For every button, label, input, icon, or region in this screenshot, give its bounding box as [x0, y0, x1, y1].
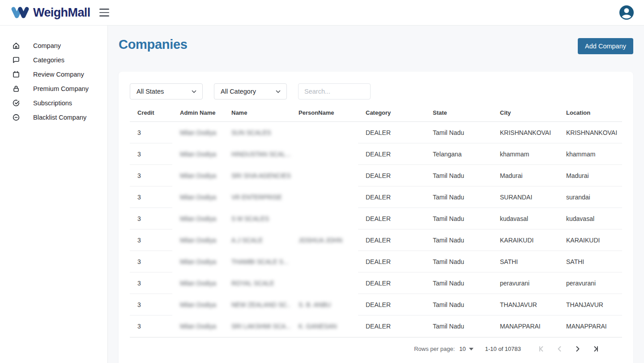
- cell-location: MANAPPARAI: [559, 315, 622, 337]
- table-row[interactable]: 3Milan DodiyaSUN SCALESDEALERTamil NaduK…: [130, 122, 622, 143]
- cell-company-name: THAMBI SCALE S...: [224, 251, 291, 272]
- cell-admin-name: Milan Dodiya: [172, 186, 224, 208]
- pagination-range: 1-10 of 10783: [485, 346, 521, 352]
- cell-admin-name: Milan Dodiya: [172, 165, 224, 186]
- table-header: Credit Admin Name Name PersonName Catego…: [130, 104, 622, 122]
- cell-company-name: SRI LAKSHMI SCA...: [224, 315, 291, 337]
- table-row[interactable]: 3Milan DodiyaROYAL SCALEDEALERTamil Nadu…: [130, 272, 622, 294]
- message-icon: [12, 56, 20, 64]
- cell-category: DEALER: [358, 294, 425, 315]
- table-row[interactable]: 3Milan DodiyaS M SCALESDEALERTamil Naduk…: [130, 208, 622, 229]
- search-input[interactable]: [298, 83, 371, 99]
- cell-credit: 3: [130, 229, 172, 251]
- next-page-button[interactable]: [568, 345, 586, 353]
- cell-city: kudavasal: [492, 208, 559, 229]
- pagination: Rows per page: 10 1-10 of 10783: [130, 337, 622, 360]
- sidebar-item-label: Subscriptions: [33, 99, 72, 107]
- table-row[interactable]: 3Milan DodiyaVR ENTERPRISEDEALERTamil Na…: [130, 186, 622, 208]
- cell-admin-name: Milan Dodiya: [172, 272, 224, 294]
- table-row[interactable]: 3Milan DodiyaSRI SIVA AGENCIESDEALERTami…: [130, 165, 622, 186]
- column-header-city: City: [492, 109, 559, 116]
- sidebar-item-label: Company: [33, 42, 61, 49]
- topbar: WeighMall: [0, 0, 644, 26]
- cell-credit: 3: [130, 315, 172, 337]
- cell-person-name: JOSHUA JOHN: [291, 229, 358, 251]
- cell-person-name: [291, 122, 358, 143]
- sidebar-item-label: Categories: [33, 56, 64, 64]
- rows-per-page-label: Rows per page:: [414, 346, 455, 352]
- column-header-location: Location: [559, 109, 622, 116]
- lock-icon: [12, 85, 20, 93]
- cell-category: DEALER: [358, 229, 425, 251]
- caret-down-icon: [469, 348, 473, 350]
- cell-state: Tamil Nadu: [425, 251, 492, 272]
- rows-per-page-value: 10: [459, 346, 465, 352]
- state-filter-value: All States: [136, 88, 164, 95]
- column-header-admin-name: Admin Name: [172, 109, 224, 116]
- cell-company-name: S M SCALES: [224, 208, 291, 229]
- cell-state: Tamil Nadu: [425, 165, 492, 186]
- check-circle-icon: [12, 99, 20, 107]
- sidebar: Company Categories Review Company Premiu…: [0, 26, 108, 363]
- cell-location: Madurai: [559, 165, 622, 186]
- sidebar-item-premium-company[interactable]: Premium Company: [0, 82, 107, 96]
- category-filter-select[interactable]: All Category: [214, 83, 287, 99]
- companies-card: All States All Category Credit Admin Nam…: [119, 72, 633, 363]
- sidebar-item-label: Premium Company: [33, 85, 89, 92]
- cell-credit: 3: [130, 143, 172, 165]
- cell-company-name: A.J SCALE: [224, 229, 291, 251]
- cell-state: Tamil Nadu: [425, 294, 492, 315]
- cell-company-name: ROYAL SCALE: [224, 272, 291, 294]
- cell-credit: 3: [130, 294, 172, 315]
- sidebar-item-categories[interactable]: Categories: [0, 53, 107, 67]
- previous-page-button[interactable]: [550, 345, 568, 353]
- cell-location: kudavasal: [559, 208, 622, 229]
- sidebar-item-label: Review Company: [33, 71, 84, 78]
- category-filter-value: All Category: [221, 88, 256, 95]
- cell-person-name: K. GANESAN: [291, 315, 358, 337]
- table-row[interactable]: 3Milan DodiyaHINDUSTAN SCAL...DEALERTela…: [130, 143, 622, 165]
- menu-toggle-icon[interactable]: [98, 7, 111, 18]
- cell-admin-name: Milan Dodiya: [172, 251, 224, 272]
- sidebar-item-blacklist-company[interactable]: Blacklist Company: [0, 110, 107, 125]
- state-filter-select[interactable]: All States: [130, 83, 203, 99]
- weighmall-logo-icon: [11, 5, 30, 20]
- cell-state: Tamil Nadu: [425, 229, 492, 251]
- last-page-button[interactable]: [586, 345, 604, 353]
- calendar-icon: [12, 70, 20, 78]
- first-page-button[interactable]: [533, 345, 550, 353]
- cell-person-name: [291, 186, 358, 208]
- cell-city: khammam: [492, 143, 559, 165]
- cell-city: peravurani: [492, 272, 559, 294]
- cell-city: KRISHNANKOVAI: [492, 122, 559, 143]
- rows-per-page-select[interactable]: 10: [459, 346, 473, 352]
- cell-city: MANAPPARAI: [492, 315, 559, 337]
- cell-category: DEALER: [358, 315, 425, 337]
- cell-location: KRISHNANKOVAI: [559, 122, 622, 143]
- column-header-personname: PersonName: [291, 109, 358, 116]
- user-avatar[interactable]: [619, 5, 634, 20]
- table-row[interactable]: 3Milan DodiyaSRI LAKSHMI SCA...K. GANESA…: [130, 315, 622, 337]
- home-icon: [12, 42, 20, 50]
- column-header-credit: Credit: [130, 109, 172, 116]
- cell-person-name: S. B. ANBU: [291, 294, 358, 315]
- cell-location: khammam: [559, 143, 622, 165]
- cell-credit: 3: [130, 165, 172, 186]
- cell-person-name: [291, 272, 358, 294]
- cell-person-name: [291, 208, 358, 229]
- cell-state: Tamil Nadu: [425, 208, 492, 229]
- column-header-state: State: [425, 109, 492, 116]
- sidebar-item-subscriptions[interactable]: Subscriptions: [0, 96, 107, 110]
- table-row[interactable]: 3Milan DodiyaA.J SCALEJOSHUA JOHNDEALERT…: [130, 229, 622, 251]
- cell-location: THANJAVUR: [559, 294, 622, 315]
- cell-credit: 3: [130, 251, 172, 272]
- brand: WeighMall: [11, 5, 111, 20]
- table-row[interactable]: 3Milan DodiyaTHAMBI SCALE S...DEALERTami…: [130, 251, 622, 272]
- cell-category: DEALER: [358, 186, 425, 208]
- add-company-button[interactable]: Add Company: [578, 38, 633, 54]
- sidebar-item-company[interactable]: Company: [0, 39, 107, 53]
- cell-location: surandai: [559, 186, 622, 208]
- table-row[interactable]: 3Milan DodiyaNEW ZEALAND SC...S. B. ANBU…: [130, 294, 622, 315]
- sidebar-item-review-company[interactable]: Review Company: [0, 67, 107, 82]
- chevron-down-icon: [191, 89, 197, 95]
